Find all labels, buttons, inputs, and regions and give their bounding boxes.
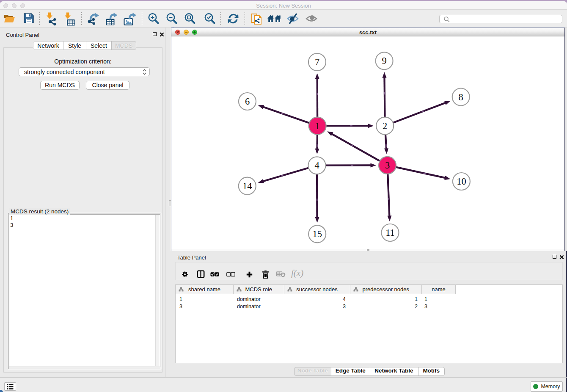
svg-text:4: 4 xyxy=(314,160,319,171)
svg-text:6: 6 xyxy=(245,96,250,107)
svg-text:15: 15 xyxy=(312,229,322,239)
svg-text:9: 9 xyxy=(382,55,386,66)
svg-text:1: 1 xyxy=(315,121,320,131)
svg-text:11: 11 xyxy=(385,227,395,238)
svg-text:7: 7 xyxy=(315,57,319,67)
svg-text:14: 14 xyxy=(242,181,252,191)
svg-text:2: 2 xyxy=(383,121,387,131)
svg-text:8: 8 xyxy=(459,92,463,102)
svg-text:3: 3 xyxy=(385,160,390,171)
svg-text:10: 10 xyxy=(457,176,466,187)
